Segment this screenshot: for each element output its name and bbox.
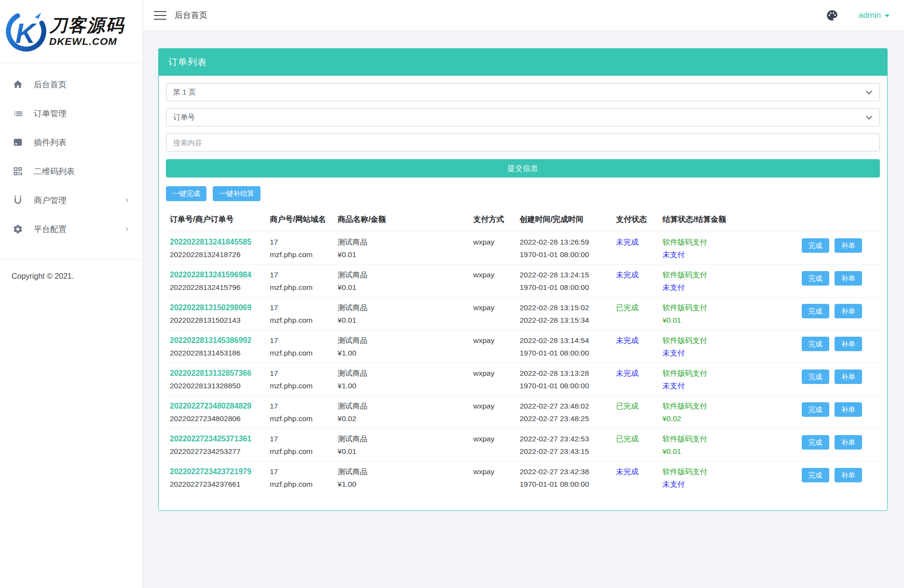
- plugin-icon: [13, 137, 23, 148]
- complete-action-button[interactable]: 完成: [802, 337, 829, 351]
- settle-line2: 未支付: [662, 249, 794, 260]
- resettle-action-button[interactable]: 补单: [835, 402, 862, 417]
- order-number-link[interactable]: 2022022723480284829: [170, 402, 251, 410]
- pay-method: wxpay: [473, 269, 512, 280]
- menu-toggle-button[interactable]: [154, 11, 166, 20]
- user-dropdown[interactable]: admin: [859, 11, 890, 20]
- table-header-row: 订单号/商户订单号 商户号/网站域名 商品名称/金额 支付方式 创建时间/完成时…: [166, 209, 880, 232]
- order-number-link[interactable]: 2022022813150298069: [170, 303, 251, 312]
- pay-status: 未完成: [616, 236, 655, 247]
- col-time: 创建时间/完成时间: [516, 209, 612, 232]
- order-number-link[interactable]: 2022022813241845585: [170, 238, 251, 246]
- product-name: 测试商品: [338, 368, 466, 379]
- table-row: 2022022723480284829 20220227234802806 17…: [166, 396, 880, 429]
- brand-logo: K 刀客源码 DKEWL.COM: [0, 0, 142, 63]
- pay-method: wxpay: [473, 466, 512, 477]
- search-field-select[interactable]: 订单号: [166, 108, 880, 126]
- pay-method: wxpay: [473, 368, 512, 379]
- pay-status: 已完成: [616, 400, 655, 411]
- complete-action-button[interactable]: 完成: [802, 402, 829, 417]
- complete-action-button[interactable]: 完成: [802, 304, 829, 318]
- merchant-order-number: 20220228131453186: [170, 347, 262, 358]
- complete-action-button[interactable]: 完成: [802, 271, 829, 286]
- sidebar-item-plugins[interactable]: 插件列表: [0, 128, 142, 157]
- sidebar-item-dashboard[interactable]: 后台首页: [0, 70, 142, 99]
- table-row: 2022022813132857366 20220228131328850 17…: [166, 363, 880, 396]
- site-domain: mzf.php.com: [270, 249, 330, 260]
- created-time: 2022-02-27 23:42:53: [520, 433, 608, 444]
- topbar: 后台首页 admin: [143, 0, 904, 31]
- resettle-action-button[interactable]: 补单: [835, 369, 862, 384]
- resettle-action-button[interactable]: 补单: [835, 238, 862, 253]
- username: admin: [859, 11, 881, 20]
- page-select-value: 第 1 页: [173, 88, 196, 97]
- created-time: 2022-02-27 23:42:38: [520, 466, 608, 477]
- col-actions: [798, 209, 880, 232]
- table-row: 2022022723423721979 20220227234237661 17…: [166, 462, 880, 494]
- brand-subtitle: DKEWL.COM: [49, 36, 124, 46]
- order-number-link[interactable]: 2022022813145386992: [170, 336, 251, 344]
- sidebar-item-merchants[interactable]: 商户管理: [0, 186, 142, 215]
- sidebar-item-orders[interactable]: 订单管理: [0, 99, 142, 128]
- pay-method: wxpay: [473, 302, 512, 313]
- product-name: 测试商品: [338, 236, 466, 247]
- merchant-id: 17: [270, 302, 330, 313]
- order-number-link[interactable]: 2022022813241596984: [170, 271, 251, 279]
- pay-method: wxpay: [473, 433, 512, 444]
- order-number-link[interactable]: 2022022813132857366: [170, 369, 251, 377]
- resettle-action-button[interactable]: 补单: [835, 435, 862, 450]
- submit-button[interactable]: 提交信息: [166, 159, 880, 178]
- finished-time: 1970-01-01 08:00:00: [520, 347, 608, 358]
- bulk-resettle-button[interactable]: 一键补结算: [213, 186, 260, 201]
- merchant-order-number: 20220227234253277: [170, 446, 262, 457]
- resettle-action-button[interactable]: 补单: [835, 337, 862, 351]
- table-row: 2022022813145386992 20220228131453186 17…: [166, 330, 880, 363]
- brand-title: 刀客源码: [49, 16, 124, 34]
- finished-time: 2022-02-28 13:15:34: [520, 315, 608, 326]
- merchant-order-number: 20220228132418726: [170, 249, 262, 260]
- product-name: 测试商品: [338, 302, 466, 313]
- resettle-action-button[interactable]: 补单: [835, 468, 862, 482]
- sidebar-item-label: 二维码列表: [34, 166, 75, 177]
- search-input[interactable]: [166, 133, 880, 151]
- order-number-link[interactable]: 2022022723425371361: [170, 435, 251, 443]
- pay-status: 已完成: [616, 433, 655, 444]
- merchant-order-number: 20220228132415796: [170, 282, 262, 293]
- settle-method: 软件版码支付: [662, 400, 794, 411]
- col-product: 商品名称/金额: [334, 209, 469, 232]
- resettle-action-button[interactable]: 补单: [835, 271, 862, 286]
- created-time: 2022-02-28 13:13:28: [520, 368, 608, 379]
- orders-table: 订单号/商户订单号 商户号/网站域名 商品名称/金额 支付方式 创建时间/完成时…: [166, 209, 880, 494]
- sidebar-item-platform-config[interactable]: 平台配置: [0, 215, 142, 244]
- settle-line2: 未支付: [662, 479, 794, 490]
- pay-method: wxpay: [473, 335, 512, 346]
- complete-action-button[interactable]: 完成: [802, 435, 829, 450]
- settle-line2: ¥0.01: [662, 446, 794, 457]
- product-name: 测试商品: [338, 335, 466, 346]
- product-name: 测试商品: [338, 466, 466, 477]
- complete-action-button[interactable]: 完成: [802, 369, 829, 384]
- site-domain: mzf.php.com: [270, 315, 330, 326]
- resettle-action-button[interactable]: 补单: [835, 304, 862, 318]
- settle-line2: 未支付: [662, 380, 794, 391]
- merchant-id: 17: [270, 269, 330, 280]
- sidebar-item-qrcodes[interactable]: 二维码列表: [0, 157, 142, 186]
- table-row: 2022022813241596984 20220228132415796 17…: [166, 265, 880, 298]
- order-amount: ¥1.00: [338, 479, 466, 490]
- complete-action-button[interactable]: 完成: [802, 468, 829, 482]
- page-select[interactable]: 第 1 页: [166, 83, 880, 101]
- bulk-complete-button[interactable]: 一键完成: [166, 186, 206, 201]
- merchant-id: 17: [270, 236, 330, 247]
- table-row: 2022022813150298069 20220228131502143 17…: [166, 298, 880, 330]
- created-time: 2022-02-28 13:14:54: [520, 335, 608, 346]
- col-pay-status: 支付状态: [612, 209, 658, 232]
- sidebar-menu: 后台首页 订单管理 插件列表 二维码列表 商户管理 平台配置: [0, 63, 142, 244]
- table-row: 2022022723425371361 20220227234253277 17…: [166, 429, 880, 462]
- theme-palette-icon[interactable]: [826, 9, 838, 22]
- finished-time: 1970-01-01 08:00:00: [520, 479, 608, 490]
- merchant-order-number: 20220227234237661: [170, 479, 262, 490]
- order-number-link[interactable]: 2022022723423721979: [170, 467, 251, 476]
- card-title: 订单列表: [159, 49, 887, 76]
- complete-action-button[interactable]: 完成: [802, 238, 829, 253]
- settle-method: 软件版码支付: [662, 236, 794, 247]
